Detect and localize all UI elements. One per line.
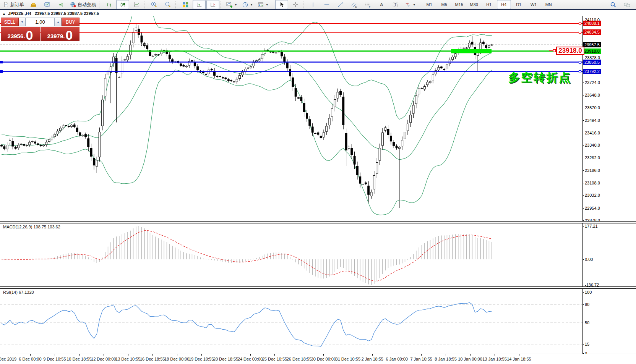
- zoom-in-button[interactable]: [148, 0, 161, 9]
- indicators-icon: [226, 1, 233, 8]
- auto-scroll-icon: [196, 2, 203, 8]
- collapse-arrow-icon[interactable]: ▲: [2, 12, 6, 16]
- timeframe-button-m1[interactable]: M1: [422, 0, 436, 9]
- main-chart[interactable]: [0, 16, 582, 221]
- volume-input[interactable]: 1.00: [26, 18, 55, 26]
- macd-signal-line: [2, 231, 492, 281]
- time-axis-label: 24 Dec 00:00: [238, 357, 263, 361]
- text-button[interactable]: A: [375, 0, 388, 9]
- macd-indicator-label: MACD(12,26,9) 108.75 103.62: [3, 225, 60, 229]
- buy-price[interactable]: 23979. 0: [41, 27, 80, 41]
- periods-button[interactable]: ▼: [240, 0, 255, 9]
- equidistant-channel-button[interactable]: E: [348, 0, 361, 9]
- candle-body: [59, 128, 61, 131]
- macd-axis-tick: [582, 285, 584, 285]
- rsi-panel[interactable]: [0, 289, 582, 354]
- candle-body: [250, 66, 252, 68]
- candle-body: [284, 57, 286, 62]
- y-axis-label: 23032.0: [585, 193, 600, 197]
- candle-body: [398, 147, 400, 149]
- toolbar-separator: [221, 1, 223, 8]
- buy-button[interactable]: BUY: [62, 18, 80, 26]
- bar-chart-button[interactable]: [102, 0, 115, 9]
- templates-dropdown-caret[interactable]: ▼: [266, 3, 269, 6]
- annotation-text[interactable]: 多空转折点: [508, 70, 571, 86]
- price-level-label[interactable]: 23918.0: [556, 47, 584, 55]
- shapes-arrows-icon: [405, 2, 411, 8]
- y-axis-label: 23724.0: [585, 80, 600, 85]
- candle-body: [466, 48, 467, 49]
- time-axis-label: 26 Dec 18:55: [287, 357, 312, 361]
- shapes-dropdown-caret[interactable]: ▼: [413, 3, 416, 6]
- timeframe-button-m30[interactable]: M30: [467, 0, 481, 9]
- sell-button[interactable]: SELL: [1, 18, 19, 26]
- tile-windows-button[interactable]: [179, 0, 192, 9]
- timeframe-button-m15[interactable]: M15: [452, 0, 466, 9]
- vertical-line-icon: [310, 2, 316, 8]
- candle-body: [404, 132, 406, 139]
- candle-body: [6, 145, 8, 149]
- time-axis-label: 30 Dec 00:00: [311, 357, 336, 361]
- candle-body: [334, 99, 336, 107]
- line-chart-button[interactable]: [130, 0, 143, 9]
- crosshair-button[interactable]: [289, 0, 302, 9]
- vertical-line-button[interactable]: [307, 0, 320, 9]
- timeframe-button-d1[interactable]: D1: [512, 0, 526, 9]
- timeframe-button-mn[interactable]: MN: [542, 0, 556, 9]
- candle-body: [418, 89, 420, 94]
- search-button[interactable]: [607, 0, 620, 10]
- candle-body: [401, 140, 403, 146]
- panel-splitter[interactable]: [0, 286, 636, 289]
- candle-body: [146, 45, 148, 49]
- toolbar-separator: [419, 1, 421, 8]
- timeframe-button-h4[interactable]: H4: [497, 0, 511, 9]
- shapes-button[interactable]: ▼: [403, 0, 418, 9]
- timeframe-button-w1[interactable]: W1: [527, 0, 541, 9]
- periods-dropdown-caret[interactable]: ▼: [250, 3, 253, 6]
- candle-body: [51, 137, 53, 139]
- candle-body: [79, 133, 81, 136]
- rsi-axis-tick: [582, 323, 584, 323]
- zoom-out-icon: [164, 1, 171, 8]
- timeframe-button-h1[interactable]: H1: [482, 0, 496, 9]
- toolbar-separator: [272, 1, 274, 8]
- volume-up-button[interactable]: ▲: [55, 18, 62, 26]
- market-watch-button[interactable]: [41, 0, 54, 9]
- candle-body: [26, 145, 28, 146]
- profile-button[interactable]: [27, 0, 40, 9]
- candle-body: [314, 133, 316, 134]
- auto-scroll-button[interactable]: [193, 0, 206, 9]
- fibonacci-button[interactable]: F: [362, 0, 375, 9]
- indicators-dropdown-caret[interactable]: ▼: [234, 3, 237, 6]
- templates-button[interactable]: ▼: [256, 0, 271, 9]
- signals-button[interactable]: [54, 0, 67, 9]
- time-axis[interactable]: 4 Dec 20196 Dec 00:009 Dec 10:5510 Dec 1…: [0, 354, 636, 364]
- autotrading-button[interactable]: 自动交易: [68, 0, 98, 9]
- time-axis-label: 10 Dec 18:55: [67, 357, 91, 361]
- indicators-button[interactable]: ▼: [224, 0, 239, 9]
- candle-body: [115, 58, 117, 73]
- candle-body: [152, 56, 154, 57]
- time-axis-tick: [397, 354, 397, 356]
- time-axis-tick: [226, 354, 226, 356]
- timeframe-button-m5[interactable]: M5: [437, 0, 451, 9]
- text-label-button[interactable]: T: [389, 0, 402, 9]
- macd-panel[interactable]: [0, 223, 582, 286]
- new-order-button[interactable]: 新订单: [1, 0, 26, 9]
- candle-body: [452, 57, 454, 59]
- candle-body: [427, 82, 428, 85]
- trendline-button[interactable]: [334, 0, 347, 9]
- panel-splitter[interactable]: [0, 221, 636, 223]
- sell-price[interactable]: 23956. 0: [1, 27, 40, 41]
- chart-shift-button[interactable]: [206, 0, 219, 9]
- candle-body: [31, 141, 33, 142]
- cursor-button[interactable]: [275, 0, 288, 9]
- volume-down-button[interactable]: ▼: [19, 18, 26, 26]
- horizontal-line-button[interactable]: [320, 0, 333, 9]
- zoom-out-button[interactable]: [161, 0, 174, 9]
- price-axis-border: [582, 16, 583, 354]
- candlestick-chart-button[interactable]: [116, 0, 129, 9]
- chat-button[interactable]: [620, 0, 633, 10]
- y-axis-label: 23262.0: [585, 155, 600, 160]
- candle-body: [130, 45, 131, 55]
